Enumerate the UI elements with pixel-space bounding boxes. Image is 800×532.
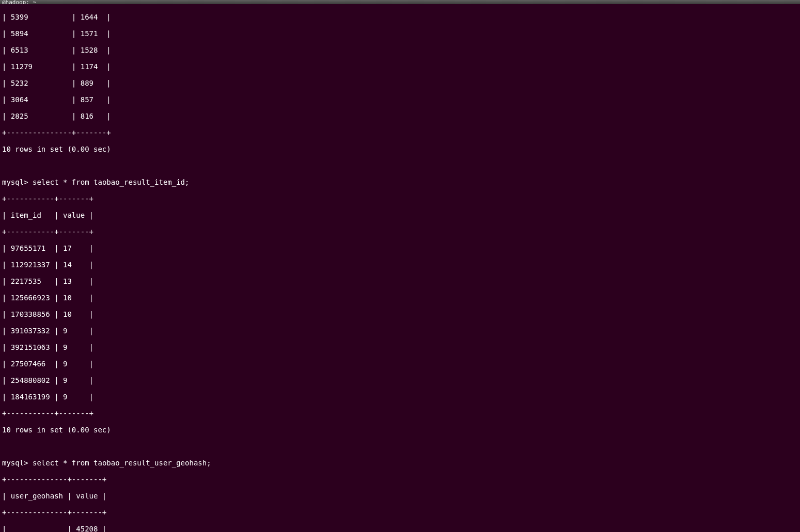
table-row: | 11279 | 1174 | xyxy=(2,62,798,71)
table-row: | 2217535 | 13 | xyxy=(2,277,798,285)
table-header: | user_geohash | value | xyxy=(2,492,798,500)
table-separator: +-----------+-------+ xyxy=(2,195,798,203)
table-row: | 125666923 | 10 | xyxy=(2,294,798,302)
table-separator: +--------------+-------+ xyxy=(2,508,798,517)
table-row: | 2825 | 816 | xyxy=(2,112,798,120)
prompt-line: mysql> select * from taobao_result_user_… xyxy=(2,459,798,467)
sql-query: select * from taobao_result_item_id; xyxy=(33,178,189,186)
table-row: | 254880802 | 9 | xyxy=(2,376,798,384)
table-row: | 184163199 | 9 | xyxy=(2,393,798,401)
table-row: | 5399 | 1644 | xyxy=(2,13,798,21)
table-row: | 391037332 | 9 | xyxy=(2,327,798,335)
table-row: | 5894 | 1571 | xyxy=(2,29,798,38)
table-row: | 3064 | 857 | xyxy=(2,95,798,104)
mysql-prompt: mysql> xyxy=(2,459,28,467)
table-separator: +-----------+-------+ xyxy=(2,409,798,417)
table-row: | 5232 | 889 | xyxy=(2,79,798,87)
table-header: | item_id | value | xyxy=(2,211,798,219)
table-row: | 392151063 | 9 | xyxy=(2,343,798,351)
table-row: | 6513 | 1528 | xyxy=(2,46,798,54)
table-row: | | 45208 | xyxy=(2,525,798,532)
window-titlebar: @hadoop: ~ xyxy=(0,0,800,4)
terminal-output[interactable]: | 5399 | 1644 | | 5894 | 1571 | | 6513 |… xyxy=(0,4,800,532)
table-separator: +-----------+-------+ xyxy=(2,228,798,236)
result-summary: 10 rows in set (0.00 sec) xyxy=(2,145,798,153)
blank-line xyxy=(2,162,798,170)
blank-line xyxy=(2,442,798,450)
sql-query: select * from taobao_result_user_geohash… xyxy=(33,459,211,467)
result-summary: 10 rows in set (0.00 sec) xyxy=(2,426,798,434)
mysql-prompt: mysql> xyxy=(2,178,28,186)
table-row: | 170338856 | 10 | xyxy=(2,310,798,318)
table-row: | 97655171 | 17 | xyxy=(2,244,798,252)
table-separator: +---------------+-------+ xyxy=(2,128,798,137)
prompt-line: mysql> select * from taobao_result_item_… xyxy=(2,178,798,186)
table-row: | 27507466 | 9 | xyxy=(2,360,798,368)
table-separator: +--------------+-------+ xyxy=(2,475,798,483)
table-row: | 112921337 | 14 | xyxy=(2,261,798,269)
